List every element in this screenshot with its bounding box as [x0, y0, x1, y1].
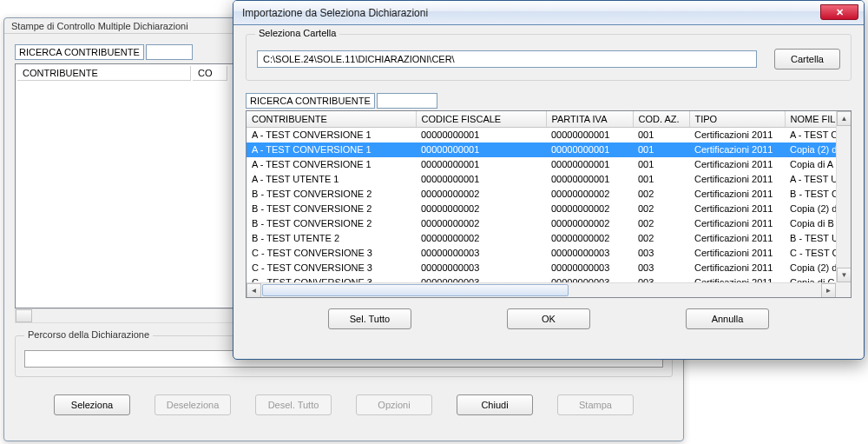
table-row[interactable]: C - TEST CONVERSIONE 3000000000030000000…: [247, 246, 852, 261]
stampa-button: Stampa: [557, 394, 634, 415]
back-search-input[interactable]: [146, 44, 193, 60]
chiudi-button[interactable]: Chiudi: [457, 394, 533, 415]
cell-contribuente: A - TEST CONVERSIONE 1: [247, 157, 416, 172]
col-contribuente[interactable]: CONTRIBUENTE: [247, 111, 416, 128]
cell-contribuente: B - TEST UTENTE 2: [247, 231, 416, 246]
table-row[interactable]: B - TEST CONVERSIONE 2000000000020000000…: [247, 202, 852, 216]
close-icon[interactable]: ✕: [820, 4, 858, 20]
cell-contribuente: C - TEST CONVERSIONE 3: [247, 246, 416, 261]
cell-az: 002: [633, 216, 689, 231]
scroll-up-icon[interactable]: ▲: [837, 111, 852, 126]
percorso-legend: Percorso della Dichiarazione: [24, 329, 153, 340]
cell-cf: 00000000001: [416, 142, 546, 157]
scrollbar-corner: [836, 282, 851, 297]
ok-button[interactable]: OK: [507, 308, 590, 329]
seleziona-button[interactable]: Seleziona: [54, 394, 130, 415]
cell-contribuente: C - TEST CONVERSIONE 3: [247, 261, 416, 275]
cell-tipo: Certificazioni 2011: [689, 202, 785, 216]
table-row[interactable]: A - TEST CONVERSIONE 1000000000010000000…: [247, 157, 852, 172]
cell-cf: 00000000002: [416, 187, 546, 202]
cell-contribuente: B - TEST CONVERSIONE 2: [247, 216, 416, 231]
opzioni-button: Opzioni: [356, 394, 432, 415]
table-row[interactable]: B - TEST CONVERSIONE 2000000000020000000…: [247, 187, 852, 202]
front-search-input[interactable]: [377, 93, 437, 109]
cell-piva: 00000000002: [546, 216, 633, 231]
cell-cf: 00000000003: [416, 261, 546, 275]
results-table[interactable]: CONTRIBUENTE CODICE FISCALE PARTITA IVA …: [247, 111, 852, 298]
cell-contribuente: B - TEST CONVERSIONE 2: [247, 187, 416, 202]
cell-contribuente: A - TEST UTENTE 1: [247, 172, 416, 187]
cartella-legend: Seleziona Cartella: [255, 28, 339, 38]
front-search-label: RICERCA CONTRIBUENTE: [246, 93, 375, 109]
vertical-scrollbar[interactable]: ▲ ▼: [836, 111, 851, 282]
col-cod-az[interactable]: COD. AZ.: [633, 111, 689, 128]
table-row[interactable]: A - TEST CONVERSIONE 1000000000010000000…: [247, 142, 852, 157]
table-row[interactable]: B - TEST UTENTE 200000000002000000000020…: [247, 231, 852, 246]
col-partita-iva[interactable]: PARTITA IVA: [546, 111, 633, 128]
table-row[interactable]: A - TEST UTENTE 100000000001000000000010…: [247, 172, 852, 187]
cartella-fieldset: Seleziona Cartella Cartella: [246, 34, 852, 81]
col-codice-fiscale[interactable]: CODICE FISCALE: [416, 111, 546, 128]
desel-tutto-button: Desel. Tutto: [255, 394, 332, 415]
front-titlebar[interactable]: Importazione da Seleziona Dichiarazioni …: [233, 1, 864, 25]
cell-piva: 00000000001: [546, 157, 633, 172]
cell-cf: 00000000002: [416, 216, 546, 231]
cell-az: 002: [633, 187, 689, 202]
folder-path-input[interactable]: [257, 50, 757, 68]
cell-cf: 00000000002: [416, 231, 546, 246]
cell-az: 001: [633, 128, 689, 142]
scroll-down-icon[interactable]: ▼: [837, 268, 852, 282]
col-tipo[interactable]: TIPO: [689, 111, 785, 128]
cell-piva: 00000000001: [546, 128, 633, 142]
cell-az: 001: [633, 157, 689, 172]
cell-tipo: Certificazioni 2011: [689, 246, 785, 261]
cell-cf: 00000000001: [416, 128, 546, 142]
scroll-right-icon[interactable]: ►: [821, 283, 836, 298]
front-window-title: Importazione da Seleziona Dichiarazioni: [242, 7, 428, 19]
sel-tutto-button[interactable]: Sel. Tutto: [328, 308, 411, 329]
cell-contribuente: A - TEST CONVERSIONE 1: [247, 142, 416, 157]
back-search-label: RICERCA CONTRIBUENTE: [15, 44, 144, 60]
cell-piva: 00000000001: [546, 172, 633, 187]
cell-contribuente: A - TEST CONVERSIONE 1: [247, 128, 416, 142]
cell-az: 003: [633, 261, 689, 275]
cell-cf: 00000000001: [416, 172, 546, 187]
cell-tipo: Certificazioni 2011: [689, 216, 785, 231]
cell-cf: 00000000002: [416, 202, 546, 216]
deseleziona-button: Deseleziona: [155, 394, 231, 415]
table-row[interactable]: C - TEST CONVERSIONE 3000000000030000000…: [247, 261, 852, 275]
cell-piva: 00000000002: [546, 231, 633, 246]
cell-tipo: Certificazioni 2011: [689, 172, 785, 187]
cartella-button[interactable]: Cartella: [774, 49, 840, 70]
back-col-contribuente[interactable]: CONTRIBUENTE: [17, 66, 191, 81]
cell-tipo: Certificazioni 2011: [689, 157, 785, 172]
results-table-wrap: CONTRIBUENTE CODICE FISCALE PARTITA IVA …: [246, 110, 852, 298]
importazione-dialog: Importazione da Seleziona Dichiarazioni …: [233, 0, 865, 360]
annulla-button[interactable]: Annulla: [686, 308, 769, 329]
hscroll-thumb[interactable]: [262, 284, 569, 296]
cell-piva: 00000000002: [546, 202, 633, 216]
table-row[interactable]: B - TEST CONVERSIONE 2000000000020000000…: [247, 216, 852, 231]
cell-az: 002: [633, 202, 689, 216]
horizontal-scrollbar[interactable]: ◄ ►: [247, 282, 836, 297]
cell-az: 001: [633, 142, 689, 157]
cell-az: 001: [633, 172, 689, 187]
cell-cf: 00000000003: [416, 246, 546, 261]
cell-tipo: Certificazioni 2011: [689, 231, 785, 246]
cell-tipo: Certificazioni 2011: [689, 142, 785, 157]
cell-tipo: Certificazioni 2011: [689, 261, 785, 275]
cell-az: 003: [633, 246, 689, 261]
table-row[interactable]: A - TEST CONVERSIONE 1000000000010000000…: [247, 128, 852, 142]
cell-cf: 00000000001: [416, 157, 546, 172]
cell-piva: 00000000002: [546, 187, 633, 202]
cell-tipo: Certificazioni 2011: [689, 128, 785, 142]
back-col-co[interactable]: CO: [193, 66, 227, 81]
cell-piva: 00000000001: [546, 142, 633, 157]
cell-piva: 00000000003: [546, 246, 633, 261]
cell-tipo: Certificazioni 2011: [689, 187, 785, 202]
cell-contribuente: B - TEST CONVERSIONE 2: [247, 202, 416, 216]
cell-az: 002: [633, 231, 689, 246]
cell-piva: 00000000003: [546, 261, 633, 275]
scroll-left-icon[interactable]: ◄: [247, 283, 261, 298]
